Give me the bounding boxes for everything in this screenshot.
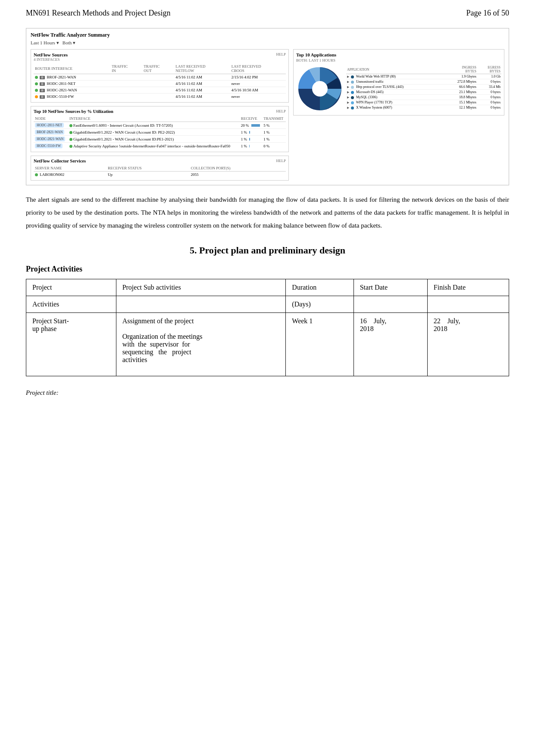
collection-ports-cell: 2055 (189, 172, 286, 178)
apps-col-application: APPLICATION (346, 65, 443, 74)
receive-bar-wrap: 1 % (241, 144, 250, 148)
list-item: ▶ Unmonitored traffic 272.8 Mbytes 0 byt… (346, 79, 501, 84)
node-badge: HODC-5510-FW (35, 144, 63, 148)
app-name-cell: ▶ Http protocol over TLS/SSL (443) (346, 84, 443, 90)
last-netflow-cell: 4/5/16 11:02 AM (174, 94, 230, 100)
app-ingress-cell: 18.8 Mbytes (443, 95, 477, 100)
cell-start-header: Start Date (354, 279, 427, 296)
cell-days-label: (Days) (286, 296, 354, 313)
app-ingress-cell: 23.1 Mbytes (443, 90, 477, 95)
table-row: Activities (Days) (26, 296, 509, 313)
status-dot (35, 95, 38, 98)
time-filter[interactable]: Last 1 Hours (31, 40, 55, 45)
top-apps-sub: BOTH: LAST 1 HOURS (296, 58, 501, 62)
col-traffic-out: TRAFFICOUT (142, 63, 174, 74)
col-last-netflow: LAST RECEIVEDNETFLOW (174, 63, 230, 74)
apps-data-table: APPLICATION INGRESSBYTES EGRESSBYTES ▶ W… (346, 65, 501, 112)
traffic-out-cell (142, 81, 174, 87)
last-netflow-cell: 4/5/16 11:02 AM (174, 87, 230, 94)
collector-title: NetFlow Collector Services (34, 159, 86, 163)
expand-arrow-icon[interactable]: ▶ (347, 96, 349, 99)
util-box-header: Top 10 NetFlow Sources by % Utilization … (34, 109, 286, 114)
list-item: ▶ World Wide Web HTTP (80) 1.9 Gbytes 1.… (346, 74, 501, 79)
direction-filter[interactable]: Both (63, 40, 72, 45)
app-color-dot (351, 81, 354, 84)
col-router-interface: ROUTER INTERFACE (34, 63, 110, 74)
sources-table: ROUTER INTERFACE TRAFFICIN TRAFFICOUT LA… (34, 63, 286, 100)
status-dot (35, 82, 38, 85)
iface-dot (69, 124, 72, 127)
table-row: Project Project Sub activities Duration … (26, 279, 509, 296)
util-interface-cell: GigabitEthernet0/1.2022 - WAN Circuit (A… (68, 129, 240, 136)
col-collection-ports: COLLECTION PORT(S) (189, 165, 286, 172)
util-help[interactable]: HELP (276, 109, 286, 114)
document-title: MN691 Research Methods and Project Desig… (26, 9, 170, 18)
app-egress-cell: 33.4 Mb (477, 84, 501, 90)
cell-finish-empty (427, 296, 509, 313)
traffic-out-cell (142, 74, 174, 81)
table-row: ⊞ BROF-2821-WAN 4/5/16 11:02 AM 2/15/16 … (34, 74, 286, 81)
table-row: HODC-5510-FW Adaptive Security Appliance… (34, 143, 286, 150)
router-icon: ⊞ (40, 82, 45, 86)
collector-box: NetFlow Collector Services HELP SERVER N… (31, 156, 289, 181)
last-cboos-cell: 4/5/16 10:50 AM (230, 87, 286, 94)
table-row: HODC-2811-NET FastEthernet0/1.6093 - Int… (34, 122, 286, 129)
cell-phase-duration: Week 1 (286, 313, 354, 376)
table-row: ⊞ HODC-2811-NET 4/5/16 11:02 AM never (34, 81, 286, 87)
receive-bar (251, 124, 260, 127)
netflow-right: Top 10 Applications BOTH: LAST 1 HOURS (293, 49, 504, 181)
col-last-cboos: LAST RECEIVEDCBOOS (230, 63, 286, 74)
util-table: NODE INTERFACE RECEIVE TRANSMIT HODC-281… (34, 116, 286, 149)
cell-activities-label: Activities (26, 296, 116, 313)
list-item: ▶ Http protocol over TLS/SSL (443) 66.6 … (346, 84, 501, 90)
body-paragraph: The alert signals are send to the differ… (26, 193, 509, 232)
sources-box-header: NetFlow Sources 4 INTERFACES HELP (34, 52, 286, 62)
app-name-cell: ▶ World Wide Web HTTP (80) (346, 74, 443, 79)
app-name-cell: ▶ MySQL (3306) (346, 95, 443, 100)
router-icon: ⊞ (40, 76, 45, 79)
table-row: ⊞ HODC-2821-WAN 4/5/16 11:02 AM 4/5/16 1… (34, 87, 286, 94)
receive-bar (249, 131, 250, 134)
cell-phase-label: Project Start-up phase (26, 313, 116, 376)
expand-arrow-icon[interactable]: ▶ (347, 101, 349, 104)
router-icon: ⊞ (40, 95, 45, 99)
iface-dot (69, 145, 72, 148)
app-egress-cell: 1.0 Gb (477, 74, 501, 79)
expand-arrow-icon[interactable]: ▶ (347, 91, 349, 94)
last-cboos-cell: 2/15/16 4:02 PM (230, 74, 286, 81)
expand-arrow-icon[interactable]: ▶ (347, 106, 349, 109)
last-cboos-cell: never (230, 81, 286, 87)
traffic-in-cell (110, 81, 142, 87)
util-col-transmit: TRANSMIT (262, 116, 286, 122)
app-egress-cell: 0 bytes (477, 95, 501, 100)
col-traffic-in: TRAFFICIN (110, 63, 142, 74)
expand-arrow-icon[interactable]: ▶ (347, 75, 349, 78)
util-receive-cell: 1 % (240, 129, 262, 136)
receiver-status-cell: Up (106, 172, 189, 178)
cell-activities-sub (116, 296, 286, 313)
netflow-time-row: Last 1 Hours ▾ Both ▾ (31, 40, 504, 46)
page-header: MN691 Research Methods and Project Desig… (26, 9, 509, 20)
util-transmit-cell: 0 % (262, 143, 286, 150)
util-transmit-cell: 1 % (262, 129, 286, 136)
app-egress-cell: 0 bytes (477, 100, 501, 105)
list-item: ▶ MySQL (3306) 18.8 Mbytes 0 bytes (346, 95, 501, 100)
node-badge: BROF-2821-WAN (35, 130, 64, 134)
app-name-cell: ▶ Microsoft-DS (445) (346, 90, 443, 95)
collector-table: SERVER NAME RECEIVER STATUS COLLECTION P… (34, 165, 286, 178)
collector-help[interactable]: HELP (276, 159, 286, 163)
util-col-node: NODE (34, 116, 68, 122)
sources-help[interactable]: HELP (276, 52, 286, 62)
expand-arrow-icon[interactable]: ▶ (347, 85, 349, 89)
expand-arrow-icon[interactable]: ▶ (347, 80, 349, 84)
cell-phase-finish: 22 July,2018 (427, 313, 509, 376)
app-color-dot (351, 86, 354, 89)
list-item: ▶ Microsoft-DS (445) 23.1 Mbytes 0 bytes (346, 90, 501, 95)
traffic-in-cell (110, 74, 142, 81)
project-activities-table: Project Project Sub activities Duration … (26, 279, 509, 376)
table-row: LABORON002 Up 2055 (34, 172, 286, 178)
receive-bar-wrap: 1 % (241, 137, 250, 141)
app-color-dot (351, 75, 354, 78)
list-item: ▶ WPN Player (17781 TCP) 15.1 Mbytes 0 b… (346, 100, 501, 105)
netflow-main: NetFlow Sources 4 INTERFACES HELP ROUTER… (31, 49, 504, 181)
